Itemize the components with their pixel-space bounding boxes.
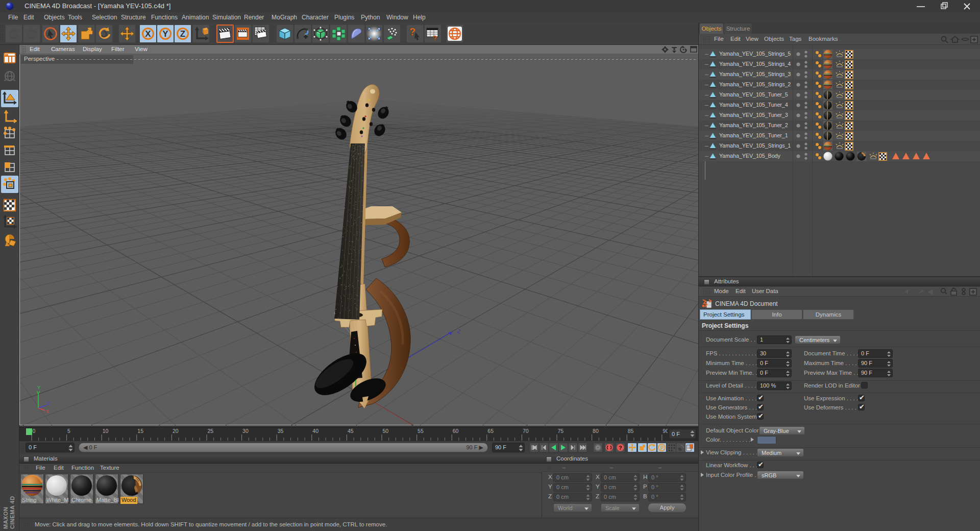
svg-text:75: 75 xyxy=(558,428,564,434)
svg-text:20: 20 xyxy=(173,428,179,434)
svg-text:Z: Z xyxy=(180,29,185,39)
svg-text:?: ? xyxy=(619,445,622,451)
svg-text:45: 45 xyxy=(348,428,354,434)
svg-text:X: X xyxy=(145,29,151,39)
svg-text:70: 70 xyxy=(523,428,529,434)
svg-text:55: 55 xyxy=(418,428,424,434)
svg-text:Y: Y xyxy=(162,29,168,39)
svg-text:30: 30 xyxy=(242,428,249,434)
svg-text:50: 50 xyxy=(383,428,389,434)
svg-text:0: 0 xyxy=(33,428,36,434)
svg-text:?: ? xyxy=(409,26,415,37)
svg-text:90: 90 xyxy=(663,428,668,434)
svg-text:10: 10 xyxy=(103,428,109,434)
svg-text:5: 5 xyxy=(67,428,70,434)
svg-text:X: X xyxy=(46,409,49,414)
svg-text:P: P xyxy=(660,445,664,451)
svg-text:85: 85 xyxy=(628,428,634,434)
svg-text:Z: Z xyxy=(47,401,50,406)
svg-text:65: 65 xyxy=(487,428,494,434)
svg-text:60: 60 xyxy=(453,428,459,434)
svg-text:25: 25 xyxy=(208,428,214,434)
svg-text:80: 80 xyxy=(593,428,599,434)
svg-text:35: 35 xyxy=(278,428,284,434)
svg-text:?: ? xyxy=(433,34,437,41)
svg-text:15: 15 xyxy=(137,428,143,434)
svg-text:Y: Y xyxy=(37,385,40,390)
svg-text:40: 40 xyxy=(312,428,318,434)
svg-text:Z: Z xyxy=(456,328,461,335)
